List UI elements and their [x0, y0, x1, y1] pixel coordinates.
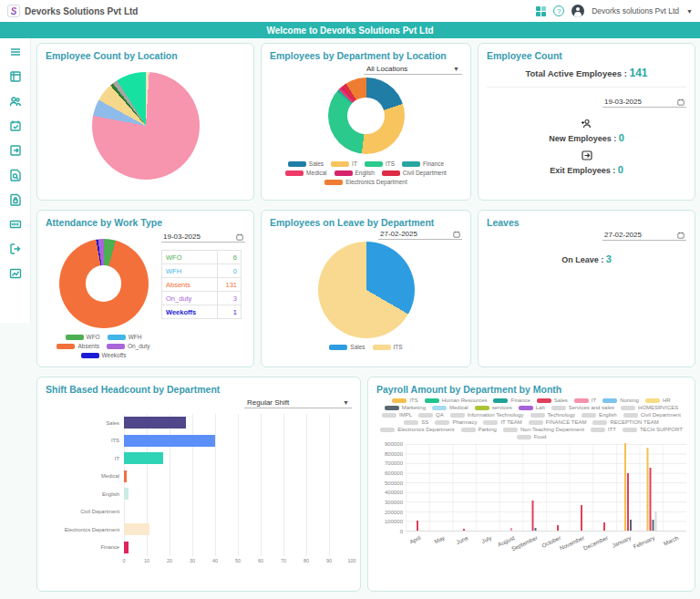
employees-by-department-donut	[328, 77, 405, 154]
location-filter-select[interactable]: All Locations ▼	[364, 64, 462, 75]
legend-item[interactable]: Electronics Department	[380, 427, 454, 432]
legend-swatch	[365, 161, 383, 167]
legend-item[interactable]: Sales	[537, 398, 568, 403]
legend-item[interactable]: ITS	[392, 398, 417, 403]
help-icon[interactable]: ?	[553, 5, 564, 16]
legend-item[interactable]: Medical	[432, 405, 468, 410]
legend-item[interactable]: Civil Department	[623, 412, 681, 418]
shift-x-tick: 90	[326, 558, 332, 563]
legend-item[interactable]: Marketing	[385, 405, 426, 410]
legend-item[interactable]: Technology	[530, 412, 575, 418]
legend-swatch	[592, 420, 607, 425]
attendance-value: 3	[218, 292, 242, 305]
payroll-bar	[581, 505, 582, 531]
legend-item[interactable]: IT	[331, 160, 357, 167]
payroll-month-group	[581, 505, 582, 531]
legend-item[interactable]: WFH	[108, 334, 142, 340]
legend-item[interactable]: WFO	[66, 334, 100, 340]
report-search-icon[interactable]	[7, 167, 24, 183]
apps-grid-icon[interactable]	[536, 6, 546, 16]
legend-item[interactable]: Weekoffs	[81, 352, 127, 358]
shift-filter-select[interactable]: Regular Shift ▼	[244, 398, 352, 408]
shift-category-label: Civil Department	[46, 509, 124, 514]
legend-item[interactable]: Non-Teaching Department	[503, 427, 584, 432]
legend-item[interactable]: Absents	[57, 343, 99, 349]
on-leave-count: On Leave : 3	[487, 253, 686, 264]
shift-bar	[124, 542, 129, 553]
legend-item[interactable]: FINANCE TEAM	[529, 419, 587, 425]
legend-label: Sales	[350, 344, 365, 350]
team-icon[interactable]	[7, 93, 24, 109]
shift-x-tick: 70	[281, 558, 286, 563]
shift-headcount-bar-chart: SalesITSITMedicalEnglishCivil Department…	[46, 414, 352, 556]
legend-item[interactable]: IMPL	[382, 412, 412, 418]
legend-item[interactable]: On_duty	[107, 343, 150, 349]
avatar[interactable]	[571, 5, 584, 17]
legend-item[interactable]: HR	[645, 398, 671, 403]
legend-item[interactable]: Nursing	[602, 398, 639, 403]
legend-item[interactable]: services	[475, 405, 512, 410]
leave-dept-date-input[interactable]: 27-02-2025	[378, 229, 462, 240]
shift-gridlines	[124, 539, 352, 557]
legend-item[interactable]: Civil Department	[382, 170, 447, 176]
legend-item[interactable]: SS	[404, 419, 428, 425]
shift-gridlines	[124, 485, 352, 503]
calendar-check-icon[interactable]	[7, 118, 24, 134]
legend-label: IMPL	[399, 412, 412, 418]
account-name[interactable]: Devorks solutions Pvt Ltd	[592, 6, 679, 15]
legend-label: Information Technology	[468, 412, 524, 418]
legend-label: Non-Teaching Department	[520, 427, 584, 432]
legend-item[interactable]: Services and sales	[551, 405, 614, 410]
legend-item[interactable]: ITT	[591, 427, 616, 432]
legend-item[interactable]: IT TEAM	[483, 419, 521, 425]
leaves-date-input[interactable]: 27-02-2025	[602, 230, 686, 241]
legend-item[interactable]: Human Resources	[425, 398, 488, 403]
payslip-icon[interactable]	[7, 68, 24, 85]
legend-item[interactable]: Finance	[493, 398, 530, 403]
account-chevron-down-icon[interactable]: ▼	[686, 8, 693, 15]
logout-icon[interactable]	[7, 241, 24, 257]
legend-item[interactable]: Finance	[402, 160, 444, 167]
legend-swatch	[493, 398, 508, 403]
checkout-icon[interactable]	[7, 142, 24, 159]
legend-item[interactable]: IT	[574, 398, 596, 403]
card-shift-based-headcount: Shift Based Headcount by Department Regu…	[36, 377, 361, 592]
legend-swatch	[418, 413, 433, 418]
legend-item[interactable]: QA	[418, 412, 444, 418]
legend-label: Human Resources	[442, 398, 488, 403]
legend-item[interactable]: Food	[517, 434, 547, 439]
chevron-down-icon: ▼	[453, 66, 459, 72]
legend-item[interactable]: ITS	[373, 344, 403, 350]
attendance-label: Absents	[162, 278, 218, 292]
document-lock-icon[interactable]	[7, 191, 24, 208]
legend-item[interactable]: HOMESRVICES	[621, 405, 678, 410]
legend-item[interactable]: Medical	[285, 170, 326, 176]
legend-item[interactable]: English	[335, 170, 375, 176]
card-employees-by-department-by-location: Employees by Department by Location All …	[261, 43, 471, 201]
legend-item[interactable]: Sales	[288, 160, 324, 167]
legend-item[interactable]: Parking	[461, 427, 497, 432]
card-title: Employee Count by Location	[46, 50, 245, 61]
legend-label: RECEPTION TEAM	[610, 419, 658, 425]
attendance-value: 131	[218, 278, 242, 292]
payroll-y-tick: 600000	[385, 470, 403, 476]
legend-swatch	[329, 345, 347, 350]
legend-item[interactable]: RECEPTION TEAM	[592, 419, 658, 425]
shift-x-tick: 80	[304, 558, 309, 563]
legend-item[interactable]: Pharmacy	[435, 419, 477, 425]
legend-item[interactable]: Information Technology	[450, 412, 524, 418]
legend-item[interactable]: ITS	[365, 160, 395, 167]
payroll-y-tick: 200000	[385, 510, 403, 515]
menu-icon[interactable]	[7, 44, 24, 60]
legend-item[interactable]: Electronics Department	[324, 179, 407, 185]
analytics-icon[interactable]	[7, 265, 24, 282]
crm-icon[interactable]	[7, 216, 24, 232]
legend-item[interactable]: TECH SUPPORT	[623, 427, 683, 432]
legend-item[interactable]: Lab	[519, 405, 545, 410]
legend-item[interactable]: Sales	[329, 344, 365, 350]
employee-count-date-input[interactable]: 19-03-2025	[602, 97, 686, 108]
legend-label: Sales	[554, 398, 568, 403]
shift-gridlines	[124, 468, 352, 486]
attendance-date-input[interactable]: 19-03-2025	[161, 232, 245, 243]
legend-item[interactable]: English	[582, 412, 617, 418]
